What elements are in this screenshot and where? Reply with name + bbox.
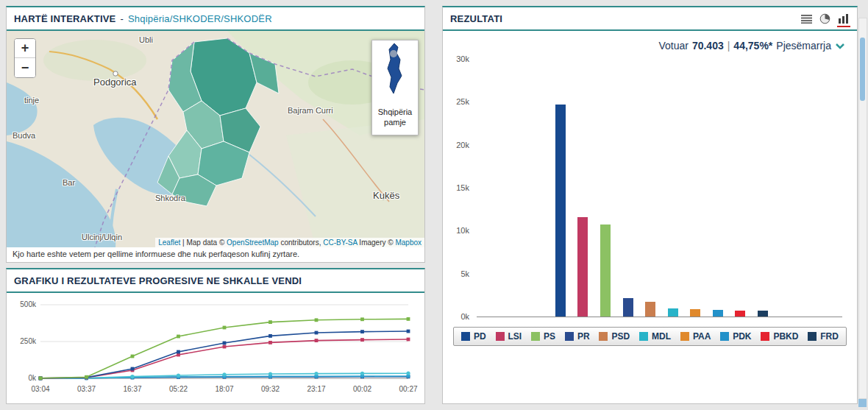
marker-MDL [314, 372, 318, 375]
inset-label: Shqipëria pamje [372, 107, 418, 128]
bar-PBKD[interactable] [735, 311, 745, 317]
map-breadcrumb[interactable]: Shqipëria/SHKODER/SHKODËR [128, 13, 272, 24]
interactive-map[interactable]: Ubli Podgorica tinje Budva Bajram Curri … [7, 31, 424, 247]
marker-PD [177, 350, 180, 354]
legend-swatch [680, 332, 689, 341]
legend-item-PR[interactable]: PR [565, 331, 590, 342]
bar-PS[interactable] [600, 225, 611, 317]
openstreetmap-link[interactable]: OpenStreetMap [227, 238, 279, 247]
results-panel-title: REZULTATI [450, 13, 502, 24]
svg-text:03:37: 03:37 [77, 385, 96, 393]
zoom-in-button[interactable]: + [15, 39, 35, 58]
progressive-line-chart[interactable]: 0k250k500k03:0403:3716:3705:2218:0709:32… [7, 296, 419, 403]
legend-item-PS[interactable]: PS [531, 331, 555, 342]
results-view-switcher [801, 13, 850, 24]
legend-label: PBKD [773, 331, 798, 342]
legend-item-PBKD[interactable]: PBKD [761, 331, 798, 342]
legend-label: PSD [611, 331, 630, 342]
legend-label: LSI [508, 331, 522, 342]
legend-swatch [531, 332, 540, 341]
bar-PR[interactable] [623, 298, 633, 317]
table-view-icon[interactable] [801, 14, 812, 24]
legend-item-PSD[interactable]: PSD [599, 331, 630, 342]
pie-view-icon[interactable] [819, 13, 830, 24]
line-PD [40, 331, 408, 378]
marker-MDL [130, 375, 134, 378]
bar-view-icon[interactable] [838, 14, 850, 24]
vertical-scrollbar-thumb[interactable] [860, 38, 865, 101]
bar-ytick-0k: 0k [443, 312, 469, 321]
chevron-down-icon[interactable] [835, 43, 845, 49]
legend-swatch [599, 332, 608, 341]
legend-swatch [720, 332, 729, 341]
marker-MDL [222, 372, 226, 376]
svg-text:03:04: 03:04 [31, 385, 49, 393]
marker-PS [268, 320, 272, 324]
progressive-panel-title: GRAFIKU I REZULTATEVE PROGRESIVE NE SHKA… [14, 275, 302, 286]
mapbox-link[interactable]: Mapbox [395, 238, 421, 247]
party-legend: PDLSIPSPRPSDMDLPAAPDKPBKDFRD [453, 327, 847, 346]
marker-PS [85, 375, 88, 379]
legend-swatch [461, 332, 470, 341]
bar-PSD[interactable] [645, 302, 655, 317]
marker-PD [223, 342, 227, 345]
marker-PS [39, 376, 43, 380]
zoom-out-button[interactable]: − [15, 58, 35, 77]
marker-LSI [315, 339, 319, 342]
participation-label: Pjesëmarrja [776, 40, 831, 52]
leaflet-link[interactable]: Leaflet [158, 238, 180, 247]
bar-PD[interactable] [555, 105, 566, 317]
map-zoom-control: + − [14, 38, 36, 78]
map-title-separator: - [120, 13, 124, 24]
legend-item-MDL[interactable]: MDL [639, 331, 671, 342]
map-overview-inset[interactable]: Shqipëria pamje [371, 40, 419, 135]
svg-text:500k: 500k [20, 300, 37, 308]
map-label-ubli: Ubli [139, 35, 153, 44]
marker-PS [315, 318, 319, 322]
marker-MDL [268, 372, 272, 375]
marker-PS [360, 317, 364, 321]
bar-PDK[interactable] [713, 310, 723, 317]
marker-PS [177, 335, 180, 339]
svg-text:250k: 250k [20, 337, 37, 345]
legend-item-LSI[interactable]: LSI [496, 331, 522, 342]
svg-text:00:27: 00:27 [399, 385, 417, 393]
map-label-bar: Bar [63, 178, 75, 187]
legend-label: PDK [733, 331, 751, 342]
bar-view-selected-indicator [837, 26, 850, 27]
map-label-ulcinj: Ulcinj/Ulqin [82, 233, 122, 241]
bar-PAA[interactable] [690, 309, 700, 317]
bar-ytick-30k: 30k [443, 54, 469, 63]
svg-text:0k: 0k [28, 374, 37, 382]
results-bar-chart[interactable] [477, 59, 842, 317]
legend-label: PAA [693, 331, 711, 342]
legend-item-PD[interactable]: PD [461, 331, 486, 342]
legend-swatch [639, 332, 648, 341]
bar-chart-y-axis: 0k5k10k15k20k25k30k [443, 59, 472, 317]
legend-item-FRD[interactable]: FRD [808, 331, 839, 342]
marker-PD [407, 330, 410, 333]
progressive-panel-header: GRAFIKU I REZULTATEVE PROGRESIVE NE SHKA… [7, 269, 424, 293]
map-label-shkodra: Shkodra [155, 194, 185, 202]
legend-label: PR [577, 331, 590, 342]
bar-MDL[interactable] [668, 308, 678, 317]
horizontal-scrollbar-thumb[interactable] [858, 399, 867, 407]
marker-LSI [223, 345, 227, 349]
vertical-scrollbar[interactable] [858, 18, 867, 399]
legend-label: FRD [820, 331, 839, 342]
marker-LSI [360, 338, 364, 342]
bar-ytick-5k: 5k [443, 269, 469, 278]
marker-LSI [268, 341, 272, 344]
marker-MDL [406, 372, 410, 375]
cc-by-sa-link[interactable]: CC-BY-SA [323, 238, 357, 247]
marker-PS [407, 317, 410, 321]
legend-item-PAA[interactable]: PAA [680, 331, 711, 342]
bar-ytick-25k: 25k [443, 97, 469, 106]
map-disclaimer: Kjo harte eshte vetem per qellime inform… [7, 247, 424, 262]
marker-LSI [407, 338, 410, 342]
bar-FRD[interactable] [758, 311, 768, 317]
participation-value: 44,75%* [733, 40, 772, 52]
svg-text:16:37: 16:37 [123, 385, 141, 393]
legend-item-PDK[interactable]: PDK [720, 331, 751, 342]
bar-LSI[interactable] [577, 217, 588, 317]
